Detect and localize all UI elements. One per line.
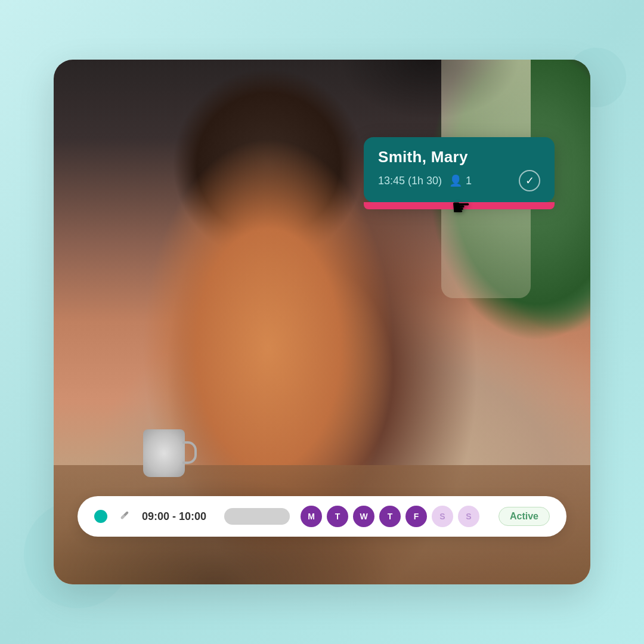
day-wednesday[interactable]: W <box>353 506 374 527</box>
day-friday-label: F <box>414 512 419 521</box>
hand-pointer-icon: ☛ <box>451 195 470 219</box>
day-tuesday-label: T <box>335 512 340 521</box>
page-background: Smith, Mary 13:45 (1h 30) 👤 1 ✓ ☛ <box>0 0 644 644</box>
day-friday[interactable]: F <box>405 506 427 527</box>
status-dot <box>94 510 107 523</box>
appointment-name: Smith, Mary <box>378 148 540 166</box>
day-sunday-label: S <box>466 512 471 521</box>
pill-icon <box>118 509 131 525</box>
day-saturday[interactable]: S <box>432 506 453 527</box>
day-saturday-label: S <box>439 512 445 521</box>
time-range: 09:00 - 10:00 <box>142 510 213 523</box>
appointment-time: 13:45 (1h 30) <box>378 175 442 187</box>
appointment-check-button[interactable]: ✓ <box>519 170 540 191</box>
appointment-attendees: 1 <box>466 175 472 187</box>
day-wednesday-label: W <box>360 512 367 521</box>
appointment-details: 13:45 (1h 30) 👤 1 ✓ <box>378 170 540 191</box>
day-tuesday[interactable]: T <box>327 506 348 527</box>
appointment-person: 👤 1 <box>449 174 472 187</box>
person-icon: 👤 <box>449 174 462 187</box>
day-thursday-label: T <box>388 512 393 521</box>
active-status-badge: Active <box>499 507 550 526</box>
day-thursday[interactable]: T <box>379 506 401 527</box>
day-buttons: M T W T F S S <box>301 506 479 527</box>
main-card: Smith, Mary 13:45 (1h 30) 👤 1 ✓ ☛ <box>54 60 590 584</box>
check-icon: ✓ <box>525 174 534 187</box>
schedule-bar[interactable]: 09:00 - 10:00 M T W T F S <box>78 496 566 537</box>
name-pill <box>224 508 290 525</box>
cursor-hand-icon: ☛ <box>451 195 470 220</box>
day-sunday[interactable]: S <box>458 506 479 527</box>
day-monday-label: M <box>308 512 315 521</box>
day-monday[interactable]: M <box>301 506 322 527</box>
appointment-card[interactable]: Smith, Mary 13:45 (1h 30) 👤 1 ✓ ☛ <box>364 137 555 202</box>
